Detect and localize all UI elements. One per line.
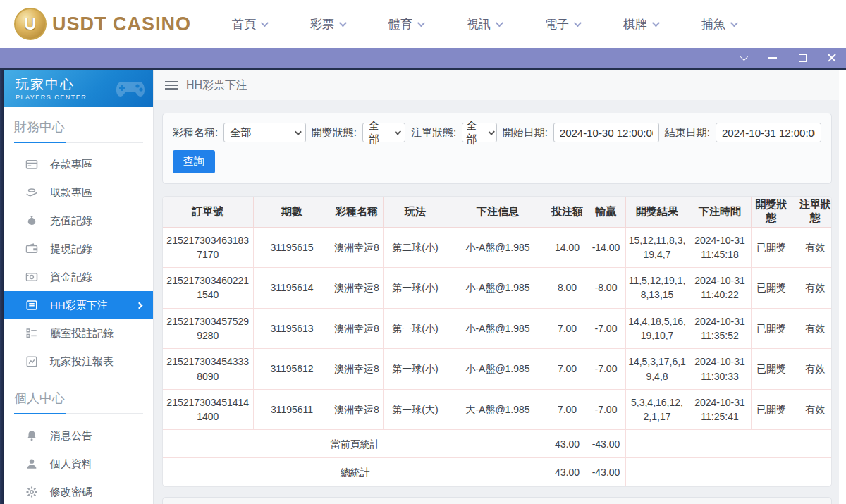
start-date-input[interactable] [553, 123, 659, 142]
cell-draw-result: 11,5,12,19,1,8,13,15 [625, 268, 689, 309]
nav-item-lottery[interactable]: 彩票 [310, 16, 345, 32]
draw-status-select[interactable]: 全部 [362, 123, 405, 142]
nav-item-live[interactable]: 視訊 [467, 16, 501, 32]
cell-bet-amount: 8.00 [548, 268, 587, 309]
col-lottery: 彩種名稱 [331, 197, 383, 227]
cell-bet-amount: 7.00 [548, 349, 587, 390]
chevron-down-icon [261, 19, 269, 27]
cell-bet-time: 2024-10-31 11:25:41 [689, 389, 751, 430]
hall-record-icon [25, 327, 38, 340]
chevron-down-icon [489, 128, 495, 135]
sidebar-item-profile[interactable]: 個人資料 [4, 450, 153, 478]
hamburger-menu-icon[interactable] [165, 81, 178, 90]
cell-playtype: 第一球(小) [383, 268, 448, 309]
lottery-name-label: 彩種名稱: [173, 126, 218, 140]
gamepad-icon [115, 76, 146, 100]
brand-name: USDT CASINO [52, 13, 191, 35]
maximize-icon [799, 54, 807, 62]
minimize-icon [768, 57, 777, 59]
sidebar: 玩家中心 PLAYERS CENTER 財務中心 存款專區 取款專區 [4, 70, 154, 504]
cell-bet-info: 大-A盤@1.985 [448, 389, 548, 430]
table-row: 215217303460221154031195614澳洲幸运8第一球(小)小-… [163, 268, 832, 309]
top-navbar: U USDT CASINO 首頁 彩票 體育 視訊 電子 棋牌 捕魚 [0, 0, 846, 48]
cell-bet-amount: 7.00 [548, 389, 587, 430]
sidebar-item-label: HH彩票下注 [50, 299, 108, 312]
cell-playtype: 第一球(小) [383, 349, 448, 390]
window-maximize-button[interactable] [797, 52, 808, 63]
sidebar-item-label: 修改密碼 [50, 486, 92, 499]
cell-lottery: 澳洲幸运8 [331, 227, 383, 268]
order-status-select[interactable]: 全部 [462, 123, 497, 142]
col-order-id: 訂單號 [163, 197, 253, 227]
sidebar-item-funds-record[interactable]: 資金記錄 [4, 263, 153, 291]
cell-draw-status: 已開獎 [751, 308, 792, 349]
summary-winloss: -43.00 [587, 430, 625, 458]
query-button[interactable]: 查詢 [173, 150, 215, 173]
chevron-down-icon [339, 19, 347, 27]
cell-bet-info: 小-A盤@1.985 [448, 349, 548, 390]
nav-item-cards[interactable]: 棋牌 [623, 16, 658, 32]
cell-winloss: -7.00 [587, 349, 625, 390]
col-draw-result: 開獎結果 [625, 197, 689, 227]
cell-bet-amount: 14.00 [548, 227, 587, 268]
section-underline [14, 413, 143, 414]
page: U USDT CASINO 首頁 彩票 體育 視訊 電子 棋牌 捕魚 玩家中心 … [0, 0, 846, 504]
order-status-value: 全部 [466, 119, 482, 146]
nav-label: 捕魚 [701, 16, 725, 32]
nav-label: 體育 [388, 16, 412, 32]
filter-panel: 彩種名稱: 全部 開獎狀態: 全部 注單狀態: 全部 開始日期: [162, 113, 832, 184]
nav-item-sports[interactable]: 體育 [388, 16, 423, 32]
draw-status-label: 開獎狀態: [312, 126, 357, 140]
moneybag-icon [25, 214, 38, 227]
sidebar-item-announcements[interactable]: 消息公告 [4, 422, 153, 450]
col-period: 期數 [253, 197, 331, 227]
cell-bet-info: 小-A盤@1.985 [448, 227, 548, 268]
sidebar-item-withdraw[interactable]: 取款專區 [4, 178, 153, 207]
sidebar-item-withdraw-record[interactable]: 提現記錄 [4, 235, 153, 263]
cell-lottery: 澳洲幸运8 [331, 389, 383, 430]
col-winloss: 輸贏 [587, 197, 625, 227]
sidebar-item-hh-lottery-bets[interactable]: HH彩票下注 [4, 291, 153, 319]
summary-empty [625, 458, 832, 486]
cell-lottery: 澳洲幸运8 [331, 268, 383, 309]
cell-period: 31195615 [253, 227, 331, 268]
summary-winloss: -43.00 [587, 458, 625, 486]
bell-icon [25, 429, 38, 442]
summary-bet-amount: 43.00 [548, 430, 587, 458]
withdraw-hand-icon [25, 186, 38, 199]
window-close-button[interactable] [826, 52, 838, 63]
cell-period: 31195611 [253, 389, 331, 430]
pagination-bar: 每頁顯示20條 共5条 首页 上一页 [1] 下一页 第 页 跳转 [162, 497, 832, 504]
end-date-input[interactable] [716, 123, 821, 142]
window-minimize-button[interactable] [767, 52, 778, 63]
cell-draw-result: 14,5,3,17,6,19,4,8 [625, 349, 689, 390]
cell-winloss: -7.00 [587, 308, 625, 349]
cell-bet-amount: 7.00 [548, 308, 587, 349]
sidebar-item-label: 廳室投註記錄 [50, 327, 114, 340]
cell-draw-status: 已開獎 [751, 349, 792, 390]
col-playtype: 玩法 [383, 197, 448, 227]
sidebar-item-change-password[interactable]: 修改密碼 [4, 478, 153, 504]
logo-letter: U [24, 14, 36, 34]
table-row: 215217303454333809031195612澳洲幸运8第一球(小)小-… [163, 349, 832, 390]
summary-bet-amount: 43.00 [548, 458, 587, 486]
nav-item-home[interactable]: 首頁 [232, 16, 266, 32]
nav-label: 彩票 [310, 16, 334, 32]
sidebar-item-player-bet-report[interactable]: 玩家投注報表 [4, 348, 153, 376]
col-bet-amount: 投注額 [548, 197, 587, 227]
nav-item-fishing[interactable]: 捕魚 [701, 16, 736, 32]
cell-order-status: 有效 [792, 227, 832, 268]
brand-logo[interactable]: U USDT CASINO [14, 8, 191, 40]
window-collapse-button[interactable] [737, 52, 749, 63]
lottery-name-select[interactable]: 全部 [223, 123, 305, 142]
sidebar-item-recharge-record[interactable]: 充值記錄 [4, 207, 153, 235]
window-titlebar [0, 48, 846, 68]
cell-order-status: 有效 [792, 308, 832, 349]
main-content: HH彩票下注 彩種名稱: 全部 開獎狀態: 全部 注單狀態: [154, 70, 839, 504]
sidebar-item-hall-bet-record[interactable]: 廳室投註記錄 [4, 319, 153, 348]
nav-item-slots[interactable]: 電子 [545, 16, 580, 32]
sidebar-item-label: 消息公告 [50, 429, 92, 443]
sidebar-item-deposit[interactable]: 存款專區 [4, 150, 153, 178]
page-title: HH彩票下注 [186, 78, 247, 93]
breadcrumb: HH彩票下注 [154, 70, 839, 100]
